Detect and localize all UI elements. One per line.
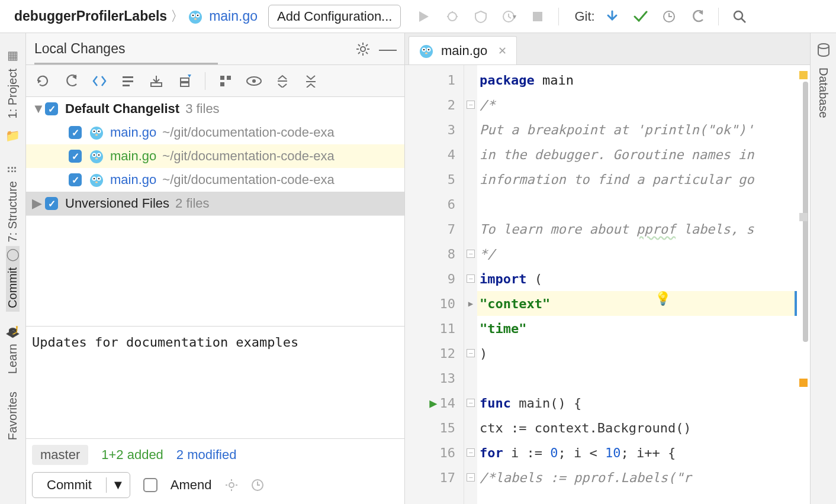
commit-button[interactable]: Commit ▼ <box>32 472 130 498</box>
added-summary[interactable]: 1+2 added <box>101 447 163 463</box>
right-tool-rail: Database <box>810 33 836 504</box>
git-update-icon[interactable] <box>605 9 620 24</box>
fold-icon[interactable]: − <box>467 473 475 482</box>
tool-database[interactable]: Database <box>816 64 830 133</box>
git-history-icon[interactable] <box>661 9 677 24</box>
line-number: 16 <box>405 440 464 465</box>
checkbox[interactable] <box>69 150 82 163</box>
settings-icon[interactable] <box>355 42 371 56</box>
tool-structure[interactable]: 7: Structure⠿ <box>6 149 20 245</box>
expand-all-icon[interactable] <box>274 75 291 88</box>
svg-point-35 <box>229 483 234 487</box>
editor-tab-maingo[interactable]: main.go ✕ <box>409 36 517 64</box>
svg-line-14 <box>741 18 745 22</box>
default-changelist-node[interactable]: ▼ Default Changelist 3 files <box>26 97 404 121</box>
line-number: ▶14 <box>405 390 464 415</box>
checkbox[interactable] <box>69 173 82 186</box>
code-token: information to find a particular go <box>480 172 754 187</box>
checkbox[interactable] <box>45 102 58 115</box>
checkbox[interactable] <box>45 197 58 210</box>
changed-file-row[interactable]: main.go ~/git/documentation-code-exa <box>26 121 404 144</box>
tool-project-folder-icon[interactable]: 📁 <box>7 122 20 149</box>
editor-marker-rail[interactable] <box>797 65 810 504</box>
commit-settings-icon[interactable] <box>225 479 238 492</box>
svg-rect-28 <box>181 83 189 86</box>
fold-icon[interactable]: − <box>467 274 475 283</box>
refresh-icon[interactable] <box>34 74 51 88</box>
changed-file-row[interactable]: main.go ~/git/documentation-code-exa <box>26 144 404 168</box>
breadcrumb-project[interactable]: debuggerProfilerLabels <box>14 8 167 24</box>
tool-project[interactable]: 1: Project▦ <box>6 37 20 122</box>
tool-project-label: 1: Project <box>6 69 20 118</box>
marker-warning[interactable] <box>799 71 808 79</box>
diff-icon[interactable] <box>91 74 108 88</box>
changes-tree[interactable]: ▼ Default Changelist 3 files main.go ~/g… <box>26 97 404 215</box>
changed-file-row[interactable]: main.go ~/git/documentation-code-exa <box>26 168 404 192</box>
code-area[interactable]: package main /* Put a breakpoint at 'pri… <box>477 65 797 504</box>
code-token: ; i++ { <box>620 445 676 460</box>
git-rollback-icon[interactable] <box>690 9 705 24</box>
amend-checkbox[interactable] <box>143 478 157 492</box>
marker-info[interactable] <box>799 213 808 221</box>
fold-gutter[interactable]: − − − ▶ − − − − <box>464 65 477 504</box>
rollback-icon[interactable] <box>63 75 79 88</box>
run-gutter-icon[interactable]: ▶ <box>429 396 437 411</box>
tool-commit[interactable]: Commit◯ <box>6 246 20 312</box>
gopher-icon <box>188 9 203 24</box>
debug-icon[interactable] <box>445 9 460 24</box>
breadcrumb-file-name: main.go <box>209 8 258 24</box>
search-everywhere-icon[interactable] <box>732 9 747 24</box>
minimize-icon[interactable]: — <box>380 39 396 59</box>
profile-icon[interactable]: ▾ <box>501 9 517 24</box>
fold-end-icon[interactable]: − <box>467 349 475 357</box>
fold-icon[interactable]: − <box>467 448 475 457</box>
unshelve-icon[interactable] <box>176 73 193 89</box>
database-icon[interactable] <box>817 37 830 64</box>
coverage-icon[interactable] <box>473 9 488 24</box>
run-configuration-selector[interactable]: Add Configuration... <box>268 5 401 28</box>
shelve-icon[interactable] <box>148 75 165 88</box>
checkbox[interactable] <box>69 126 82 139</box>
close-tab-icon[interactable]: ✕ <box>498 44 507 57</box>
local-changes-title[interactable]: Local Changes <box>34 41 346 57</box>
expand-arrow-icon[interactable]: ▶ <box>32 196 45 211</box>
svg-line-21 <box>366 52 368 54</box>
line-number: 17 <box>405 465 464 490</box>
tool-favorites[interactable]: Favorites <box>6 377 20 444</box>
editor-gutter[interactable]: 1 2 3 4 5 6 7 8 9 10 11 12 13 ▶14 15 16 … <box>405 65 464 504</box>
preview-icon[interactable] <box>246 76 262 86</box>
marker-warning[interactable] <box>799 379 808 387</box>
code-token: 10 <box>605 445 621 460</box>
changes-empty-area <box>26 215 404 327</box>
line-number: 8 <box>405 241 464 266</box>
fold-icon[interactable]: − <box>467 101 475 109</box>
collapse-all-icon[interactable] <box>303 75 319 88</box>
intention-bulb-icon[interactable]: 💡 <box>655 291 671 306</box>
fold-end-icon[interactable]: − <box>467 250 475 258</box>
tool-structure-label: 7: Structure <box>6 181 20 242</box>
breadcrumb-file[interactable]: main.go <box>188 8 258 24</box>
code-token: pprof <box>636 222 676 237</box>
tool-learn[interactable]: Learn🎓 <box>6 312 20 377</box>
scrollbar-thumb[interactable] <box>803 82 808 342</box>
code-token: package <box>480 73 535 88</box>
commit-history-icon[interactable] <box>251 479 264 492</box>
commit-dropdown-icon[interactable]: ▼ <box>106 477 130 493</box>
editor-body[interactable]: 1 2 3 4 5 6 7 8 9 10 11 12 13 ▶14 15 16 … <box>405 65 810 504</box>
unversioned-files-node[interactable]: ▶ Unversioned Files 2 files <box>26 192 404 215</box>
expand-arrow-icon[interactable]: ▼ <box>32 101 45 117</box>
stop-icon[interactable] <box>530 9 545 24</box>
branch-chip[interactable]: master <box>32 445 88 465</box>
run-icon[interactable] <box>416 9 432 24</box>
svg-point-34 <box>252 79 256 83</box>
changelist-icon[interactable] <box>120 75 136 88</box>
svg-rect-32 <box>220 82 224 86</box>
ide-shell: 1: Project▦ 📁 7: Structure⠿ Commit◯ Lear… <box>0 33 836 504</box>
git-commit-icon[interactable] <box>633 9 648 24</box>
modified-summary[interactable]: 2 modified <box>176 447 237 463</box>
group-by-icon[interactable] <box>217 75 234 88</box>
file-path: ~/git/documentation-code-exa <box>162 125 334 140</box>
fold-icon[interactable]: − <box>467 399 475 407</box>
commit-message-input[interactable]: Updates for documentation examples <box>26 327 404 439</box>
line-number: 11 <box>405 316 464 341</box>
